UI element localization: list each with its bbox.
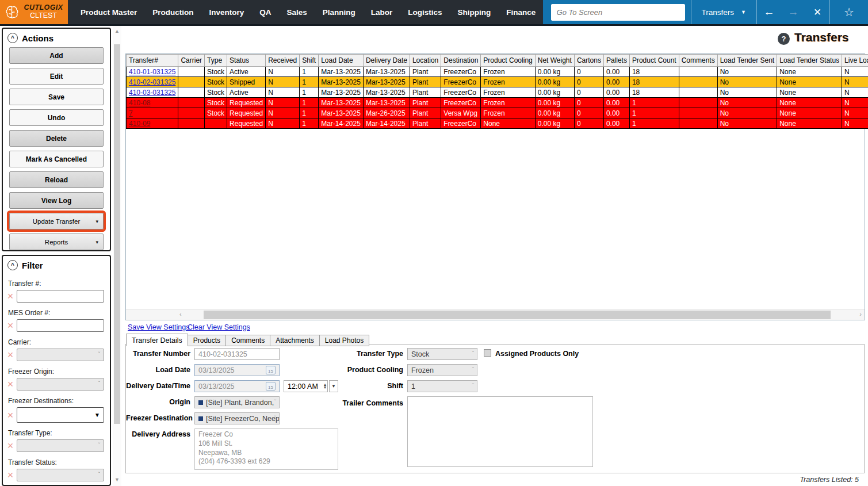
edit-button[interactable]: Edit <box>9 68 104 85</box>
column-header-net-weight[interactable]: Net Weight <box>535 55 574 67</box>
menu-item-logistics[interactable]: Logistics <box>408 8 442 17</box>
transfer-number-link[interactable]: 410-08 <box>129 99 150 107</box>
column-header-product-cooling[interactable]: Product Cooling <box>481 55 535 67</box>
calendar-icon[interactable]: 15 <box>266 382 276 391</box>
close-icon[interactable]: ✕ <box>805 6 829 18</box>
column-header-cartons[interactable]: Cartons <box>574 55 603 67</box>
transfer-number-link[interactable]: 410-09 <box>129 120 150 128</box>
menu-item-qa[interactable]: QA <box>259 8 271 17</box>
clear-filter-icon[interactable]: × <box>5 291 16 301</box>
forward-arrow-icon[interactable]: → <box>781 6 805 18</box>
assigned-products-only-checkbox[interactable] <box>484 349 491 357</box>
mark-as-cancelled-button[interactable]: Mark As Cancelled <box>9 151 104 167</box>
transfer-number-link[interactable]: 410-03-031325 <box>129 89 175 97</box>
menu-item-production[interactable]: Production <box>152 8 193 17</box>
table-row[interactable]: 410-03-031325StockActiveN1Mar-13-2025Mar… <box>127 87 868 98</box>
column-header-type[interactable]: Type <box>205 55 227 67</box>
clear-filter-icon[interactable]: × <box>5 350 16 360</box>
column-header-live-load[interactable]: Live Load <box>842 55 868 67</box>
sidebar-scrollbar[interactable]: ▲ ▼ <box>113 26 121 486</box>
menu-item-labor[interactable]: Labor <box>371 8 393 17</box>
delivery-date-field[interactable]: 03/13/2025 15 <box>194 380 280 392</box>
goto-screen-input[interactable] <box>551 4 685 21</box>
column-header-location[interactable]: Location <box>410 55 441 67</box>
filter-panel-header[interactable]: ^ Filter <box>3 256 110 273</box>
column-header-load-tender-sent[interactable]: Load Tender Sent <box>717 55 777 67</box>
clear-filter-icon[interactable]: × <box>5 410 16 420</box>
tab-comments[interactable]: Comments <box>226 335 270 346</box>
transfer-number-link[interactable]: 410-02-031325 <box>129 78 175 86</box>
scroll-down-icon[interactable]: ▼ <box>113 477 121 483</box>
column-header-destination[interactable]: Destination <box>441 55 481 67</box>
load-date-field[interactable]: 03/13/2025 15 <box>194 364 280 376</box>
save-view-settings-link[interactable]: Save View Settings <box>128 323 189 331</box>
column-header-delivery-date[interactable]: Delivery Date <box>363 55 410 67</box>
tab-products[interactable]: Products <box>188 335 226 346</box>
back-arrow-icon[interactable]: ← <box>757 6 781 18</box>
product-cooling-select[interactable]: Frozen ˇ <box>407 364 477 376</box>
update-transfer-button[interactable]: Update Transfer▾ <box>9 213 104 229</box>
horizontal-scrollbar[interactable]: ‹ › <box>126 309 865 320</box>
undo-button[interactable]: Undo <box>9 109 104 126</box>
scroll-left-icon[interactable]: ‹ <box>179 311 182 317</box>
reload-button[interactable]: Reload <box>9 171 104 188</box>
menu-item-shipping[interactable]: Shipping <box>458 8 491 17</box>
table-row[interactable]: 7StockRequestedN1Mar-13-2025Mar-26-2025P… <box>127 108 868 118</box>
transfer-filter-input[interactable] <box>17 290 104 303</box>
menu-item-product-master[interactable]: Product Master <box>81 8 137 17</box>
clear-view-settings-link[interactable]: Clear View Settings <box>188 323 250 331</box>
transfer-status-filter-select[interactable]: ˇ <box>17 469 104 481</box>
clear-filter-icon[interactable]: × <box>5 379 16 389</box>
column-header-received[interactable]: Received <box>266 55 300 67</box>
delivery-address-field[interactable]: Freezer Co 106 Mill St. Neepawa, MB (204… <box>194 428 338 470</box>
origin-select[interactable]: [Site] Plant, Brandon, ˇ <box>194 396 280 408</box>
transfer-number-link[interactable]: 410-01-031325 <box>129 68 175 76</box>
shift-select[interactable]: 1 ˇ <box>407 380 477 392</box>
add-button[interactable]: Add <box>9 47 104 64</box>
mes-order-filter-input[interactable] <box>17 319 104 332</box>
screen-dropdown[interactable]: Transfers ▼ <box>691 8 756 17</box>
column-header-pallets[interactable]: Pallets <box>603 55 629 67</box>
transfer-number-field[interactable]: 410-02-031325 <box>194 348 280 360</box>
tab-load-photos[interactable]: Load Photos <box>320 335 369 346</box>
freezer-destination-select[interactable]: [Site] FreezerCo, Neep ˇ <box>194 412 280 424</box>
menu-item-finance[interactable]: Finance <box>506 8 536 17</box>
scroll-right-icon[interactable]: › <box>859 311 862 317</box>
collapse-chevron-icon[interactable]: ^ <box>7 260 18 270</box>
table-row[interactable]: 410-02-031325StockShippedN1Mar-13-2025Ma… <box>127 77 868 87</box>
transfer-type-select[interactable]: Stock ˇ <box>407 348 477 360</box>
column-header-load-date[interactable]: Load Date <box>319 55 364 67</box>
save-button[interactable]: Save <box>9 89 104 105</box>
favorite-star-icon[interactable]: ☆ <box>830 5 868 19</box>
table-row[interactable]: 410-09RequestedN1Mar-14-2025Mar-14-2025P… <box>127 118 868 129</box>
help-icon[interactable]: ? <box>778 33 790 45</box>
clear-filter-icon[interactable]: × <box>5 441 16 451</box>
delete-button[interactable]: Delete <box>9 130 104 147</box>
column-header-transfer[interactable]: Transfer# <box>127 55 178 67</box>
scroll-up-icon[interactable]: ▲ <box>113 28 121 34</box>
column-header-carrier[interactable]: Carrier <box>178 55 205 67</box>
menu-item-sales[interactable]: Sales <box>287 8 307 17</box>
transfer-type-filter-select[interactable]: ˇ <box>17 439 104 452</box>
freezer-destinations-filter-select[interactable]: ▼ <box>17 407 104 423</box>
menu-item-planning[interactable]: Planning <box>323 8 355 17</box>
actions-panel-header[interactable]: ^ Actions <box>3 29 110 46</box>
column-header-product-count[interactable]: Product Count <box>629 55 679 67</box>
menu-item-inventory[interactable]: Inventory <box>209 8 244 17</box>
trailer-comments-field[interactable] <box>407 396 593 467</box>
table-row[interactable]: 410-01-031325StockActiveN1Mar-13-2025Mar… <box>127 67 868 77</box>
view-log-button[interactable]: View Log <box>9 192 104 209</box>
tab-transfer-details[interactable]: Transfer Details <box>126 334 188 346</box>
scrollbar-thumb[interactable] <box>114 44 120 424</box>
freezer-origin-filter-select[interactable]: ˇ <box>17 378 104 391</box>
carrier-filter-select[interactable]: ˇ <box>17 349 104 361</box>
column-header-shift[interactable]: Shift <box>300 55 319 67</box>
column-header-status[interactable]: Status <box>227 55 266 67</box>
transfer-number-link[interactable]: 7 <box>129 109 133 117</box>
clear-filter-icon[interactable]: × <box>5 470 16 480</box>
collapse-chevron-icon[interactable]: ^ <box>7 33 18 43</box>
clear-filter-icon[interactable]: × <box>5 320 16 331</box>
column-header-comments[interactable]: Comments <box>679 55 717 67</box>
column-header-load-tender-status[interactable]: Load Tender Status <box>777 55 842 67</box>
reports-button[interactable]: Reports▾ <box>9 234 104 250</box>
